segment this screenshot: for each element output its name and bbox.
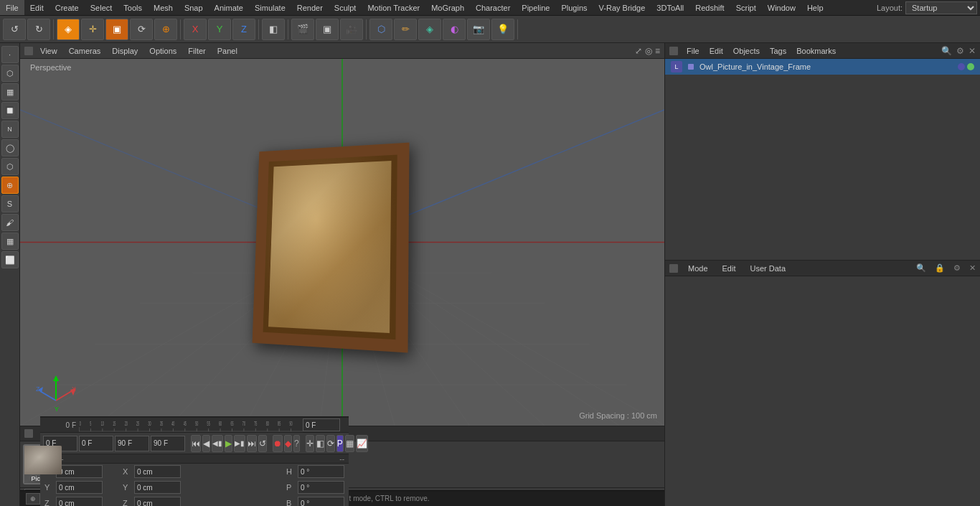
camera-btn[interactable]: 📷 xyxy=(467,19,490,40)
vp-menu-options[interactable]: Options xyxy=(145,44,181,58)
layout-dropdown[interactable]: Startup xyxy=(905,1,977,14)
scale-key-button[interactable]: ◧ xyxy=(316,435,325,452)
omh-tags[interactable]: Tags xyxy=(765,44,791,58)
menu-create[interactable]: Create xyxy=(50,0,85,15)
render-region-button[interactable]: 🎬 xyxy=(291,19,314,40)
axis-y-button[interactable]: Y xyxy=(208,19,231,40)
menu-edit[interactable]: Edit xyxy=(24,0,50,15)
coord-size-z-input[interactable] xyxy=(134,497,181,506)
play-forward-button[interactable]: ▶▮ xyxy=(234,435,245,452)
omh-edit[interactable]: Edit xyxy=(705,44,727,58)
coord-y-input[interactable] xyxy=(56,481,103,494)
coord-b-input[interactable] xyxy=(298,497,344,506)
vp-menu-filter[interactable]: Filter xyxy=(184,44,209,58)
lt-select-button[interactable]: ⊕ xyxy=(1,177,19,194)
vp-menu-view[interactable]: View xyxy=(36,44,62,58)
end-frame-input[interactable] xyxy=(115,436,149,451)
axis-z-button[interactable]: Z xyxy=(232,19,255,40)
move-key-button[interactable]: ✛ xyxy=(306,435,314,452)
vp-menu-panel[interactable]: Panel xyxy=(213,44,242,58)
lt-n-button[interactable]: N xyxy=(1,121,19,138)
play-button[interactable]: ▶ xyxy=(225,435,232,452)
undo-button[interactable]: ↺ xyxy=(3,19,26,40)
rotate-key-button[interactable]: ⟳ xyxy=(326,435,335,452)
menu-pipeline[interactable]: Pipeline xyxy=(516,0,555,15)
sculpt-btn[interactable]: ◈ xyxy=(418,19,441,40)
lt-points-button[interactable]: · xyxy=(1,46,19,63)
menu-snap[interactable]: Snap xyxy=(179,0,209,15)
lt-object-button[interactable]: ◯ xyxy=(1,139,19,156)
move-button[interactable]: ✛ xyxy=(81,19,104,40)
lt-edges-button[interactable]: ⬡ xyxy=(1,65,19,82)
menu-help[interactable]: Help xyxy=(801,0,829,15)
coord-size-x-input[interactable] xyxy=(134,465,181,478)
axis-x-button[interactable]: X xyxy=(184,19,207,40)
current-frame-input[interactable] xyxy=(303,418,340,431)
menu-motion-tracker[interactable]: Motion Tracker xyxy=(362,0,425,15)
menu-file[interactable]: File xyxy=(0,0,24,15)
menu-simulate[interactable]: Simulate xyxy=(249,0,291,15)
select-model-button[interactable]: ◈ xyxy=(57,19,80,40)
rotate-button[interactable]: ⟳ xyxy=(130,19,153,40)
coord-p-input[interactable] xyxy=(298,481,344,494)
scale-button[interactable]: ▣ xyxy=(105,19,128,40)
prev-frame-button[interactable]: ◀ xyxy=(202,435,210,452)
menu-redshift[interactable]: Redshift xyxy=(689,0,730,15)
pen-button[interactable]: ✏ xyxy=(394,19,417,40)
menu-3dtoall[interactable]: 3DToAll xyxy=(651,0,689,15)
fcurve-button[interactable]: 📈 xyxy=(356,435,368,452)
menu-script[interactable]: Script xyxy=(730,0,762,15)
menu-window[interactable]: Window xyxy=(762,0,801,15)
menu-plugins[interactable]: Plugins xyxy=(555,0,593,15)
menu-mesh[interactable]: Mesh xyxy=(148,0,179,15)
attr-mode[interactable]: Mode xyxy=(684,261,712,276)
key-all-button[interactable]: ▦ xyxy=(345,435,354,452)
menu-vray[interactable]: V-Ray Bridge xyxy=(593,0,651,15)
auto-key-button[interactable]: ? xyxy=(293,435,300,452)
key-button[interactable]: ◆ xyxy=(284,435,292,452)
menu-mograph[interactable]: MoGraph xyxy=(425,0,470,15)
vp-menu-display[interactable]: Display xyxy=(108,44,142,58)
field-btn[interactable]: ◐ xyxy=(443,19,466,40)
menu-sculpt[interactable]: Sculpt xyxy=(329,0,362,15)
menu-character[interactable]: Character xyxy=(470,0,516,15)
transform-button[interactable]: ⊕ xyxy=(154,19,177,40)
play-back-button[interactable]: ◀▮ xyxy=(212,435,223,452)
object-list-item[interactable]: L Owl_Picture_in_Vintage_Frame xyxy=(665,59,980,75)
omh-file[interactable]: File xyxy=(682,44,704,58)
coord-size-y-input[interactable] xyxy=(134,481,181,494)
omh-objects[interactable]: Objects xyxy=(729,44,764,58)
lt-tag-button[interactable]: ⬡ xyxy=(1,158,19,175)
attr-userdata[interactable]: User Data xyxy=(746,261,791,276)
lt-sculpt2-button[interactable]: S xyxy=(1,195,19,212)
lt-uv-button[interactable]: 🔲 xyxy=(1,102,19,119)
coord-x-input[interactable] xyxy=(56,465,103,478)
preview-end-input[interactable] xyxy=(151,436,185,451)
viewport-3d[interactable]: Perspective xyxy=(20,59,664,426)
attr-edit[interactable]: Edit xyxy=(718,261,740,276)
menu-animate[interactable]: Animate xyxy=(209,0,249,15)
model-mode-button[interactable]: ◧ xyxy=(262,19,285,40)
record-button[interactable]: ⏺ xyxy=(273,435,283,452)
redo-button[interactable]: ↻ xyxy=(27,19,50,40)
loop-button[interactable]: ↺ xyxy=(258,435,267,452)
menu-tools[interactable]: Tools xyxy=(118,0,148,15)
status-icon[interactable]: ⊕ xyxy=(26,493,40,505)
coord-z-input[interactable] xyxy=(56,497,103,506)
goto-start-button[interactable]: ⏮ xyxy=(191,435,201,452)
coord-h-input[interactable] xyxy=(298,465,344,478)
lt-grid-button[interactable]: ▦ xyxy=(1,233,19,250)
menu-render[interactable]: Render xyxy=(291,0,329,15)
pos-key-button[interactable]: P xyxy=(336,435,344,452)
render-button[interactable]: 🎥 xyxy=(340,19,363,40)
lt-floor-button[interactable]: ⬜ xyxy=(1,251,19,268)
lt-paint-button[interactable]: 🖌 xyxy=(1,214,19,231)
omh-bookmarks[interactable]: Bookmarks xyxy=(792,44,840,58)
menu-select[interactable]: Select xyxy=(85,0,118,15)
goto-end-button[interactable]: ⏭ xyxy=(247,435,257,452)
vp-menu-cameras[interactable]: Cameras xyxy=(65,44,105,58)
lt-polys-button[interactable]: ▦ xyxy=(1,83,19,100)
light-btn[interactable]: 💡 xyxy=(491,19,514,40)
render-to-vp-button[interactable]: ▣ xyxy=(316,19,339,40)
preview-start-input[interactable] xyxy=(79,436,113,451)
